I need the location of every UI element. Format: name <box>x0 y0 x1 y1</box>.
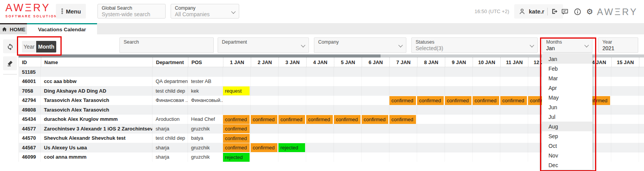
month-option-feb[interactable]: Feb <box>542 64 592 73</box>
day-cell[interactable] <box>445 67 473 77</box>
month-option-may[interactable]: May <box>542 93 592 102</box>
day-cell[interactable] <box>473 134 500 143</box>
month-option-sep[interactable]: Sep <box>542 131 592 141</box>
day-cell[interactable] <box>334 96 362 105</box>
day-cell[interactable] <box>278 134 306 143</box>
status-badge-confirmed[interactable]: confirmed <box>334 115 361 124</box>
status-badge-confirmed[interactable]: confirmed <box>500 96 527 105</box>
toggle-year-option[interactable]: Year <box>22 41 36 52</box>
month-option-jan[interactable]: Jan <box>542 54 592 64</box>
status-badge-confirmed[interactable]: confirmed <box>362 115 388 124</box>
clear-filters-eraser-button[interactable] <box>3 56 17 70</box>
day-cell[interactable] <box>445 143 473 152</box>
day-cell[interactable]: confirmed <box>306 115 334 124</box>
status-badge-confirmed[interactable]: confirmed <box>251 115 277 124</box>
refresh-button[interactable] <box>3 39 17 53</box>
year-input[interactable]: Year 2021 <box>598 37 638 53</box>
months-select[interactable]: Months Jan <box>542 37 592 53</box>
day-cell[interactable] <box>473 124 500 134</box>
month-option-oct[interactable]: Oct <box>542 141 592 151</box>
day-cell[interactable] <box>251 86 278 96</box>
company-select[interactable]: Company All Companies <box>171 4 239 19</box>
day-cell[interactable] <box>500 124 528 134</box>
day-cell[interactable] <box>334 143 362 152</box>
status-badge-confirmed[interactable]: confirmed <box>223 134 250 143</box>
day-cell[interactable] <box>389 143 417 152</box>
day-cell[interactable] <box>639 86 644 96</box>
day-cell[interactable] <box>223 77 251 86</box>
logout-icon[interactable] <box>551 7 559 15</box>
day-cell[interactable] <box>278 86 306 96</box>
tab-home[interactable]: HOME <box>0 23 27 34</box>
day-cell[interactable] <box>306 77 334 86</box>
day-cell[interactable]: rejected <box>278 143 306 152</box>
day-cell[interactable] <box>278 77 306 86</box>
day-cell[interactable] <box>251 77 278 86</box>
status-badge-confirmed[interactable]: confirmed <box>223 115 250 124</box>
day-cell[interactable] <box>278 105 306 115</box>
day-cell[interactable] <box>473 143 500 152</box>
day-cell[interactable] <box>389 152 417 162</box>
day-cell[interactable] <box>417 124 445 134</box>
day-cell[interactable] <box>473 105 500 115</box>
day-cell[interactable] <box>639 115 644 124</box>
day-cell[interactable]: confirmed <box>251 115 278 124</box>
day-cell[interactable] <box>306 152 334 162</box>
day-cell[interactable] <box>306 143 334 152</box>
day-cell[interactable]: confirmed <box>334 115 362 124</box>
day-cell[interactable] <box>473 115 500 124</box>
day-cell[interactable] <box>334 124 362 134</box>
day-cell[interactable] <box>417 115 445 124</box>
column-header-id[interactable]: ID <box>19 58 41 67</box>
day-cell[interactable] <box>251 96 278 105</box>
day-cell[interactable] <box>611 67 639 77</box>
day-cell[interactable] <box>473 86 500 96</box>
month-option-apr[interactable]: Apr <box>542 83 592 93</box>
day-cell[interactable]: confirmed <box>473 96 500 105</box>
day-cell[interactable] <box>611 96 639 105</box>
day-cell[interactable]: confirmed <box>417 96 445 105</box>
day-cell[interactable] <box>417 67 445 77</box>
department-select[interactable]: Department <box>218 37 309 53</box>
day-cell[interactable] <box>611 115 639 124</box>
day-cell[interactable] <box>389 86 417 96</box>
day-cell[interactable] <box>445 152 473 162</box>
month-option-nov[interactable]: Nov <box>542 151 592 160</box>
day-cell[interactable]: confirmed <box>362 115 389 124</box>
day-cell[interactable] <box>445 124 473 134</box>
day-cell[interactable] <box>334 105 362 115</box>
day-cell[interactable] <box>362 96 389 105</box>
global-search-input[interactable]: Global Search System-wide search <box>97 4 166 19</box>
day-cell[interactable] <box>362 143 389 152</box>
day-cell[interactable] <box>611 143 639 152</box>
status-badge-confirmed[interactable]: confirmed <box>278 115 305 124</box>
day-cell[interactable] <box>500 77 528 86</box>
settings-gear-icon[interactable]: ⚙ <box>585 7 594 16</box>
day-cell[interactable] <box>334 77 362 86</box>
day-cell[interactable] <box>445 105 473 115</box>
day-cell[interactable] <box>223 67 251 77</box>
day-cell[interactable]: confirmed <box>500 96 528 105</box>
status-badge-rejected[interactable]: rejected <box>278 143 305 152</box>
day-cell[interactable]: confirmed <box>223 143 251 152</box>
day-cell[interactable] <box>362 105 389 115</box>
day-cell[interactable] <box>362 124 389 134</box>
day-cell[interactable] <box>500 86 528 96</box>
toggle-month-option[interactable]: Month <box>36 41 56 52</box>
day-cell[interactable] <box>417 86 445 96</box>
day-cell[interactable] <box>445 86 473 96</box>
day-cell[interactable] <box>334 152 362 162</box>
status-badge-confirmed[interactable]: confirmed <box>251 143 277 152</box>
day-cell[interactable] <box>362 152 389 162</box>
day-cell[interactable] <box>306 134 334 143</box>
day-cell[interactable] <box>223 105 251 115</box>
day-cell[interactable] <box>251 67 278 77</box>
info-icon[interactable] <box>573 7 582 16</box>
day-cell[interactable]: confirmed <box>223 115 251 124</box>
company-filter-select[interactable]: Company <box>314 37 406 53</box>
day-cell[interactable] <box>334 86 362 96</box>
scrollbar-thumb[interactable] <box>18 54 381 58</box>
month-option-dec[interactable]: Dec <box>542 160 592 170</box>
day-cell[interactable] <box>611 152 639 162</box>
day-cell[interactable] <box>639 77 644 86</box>
